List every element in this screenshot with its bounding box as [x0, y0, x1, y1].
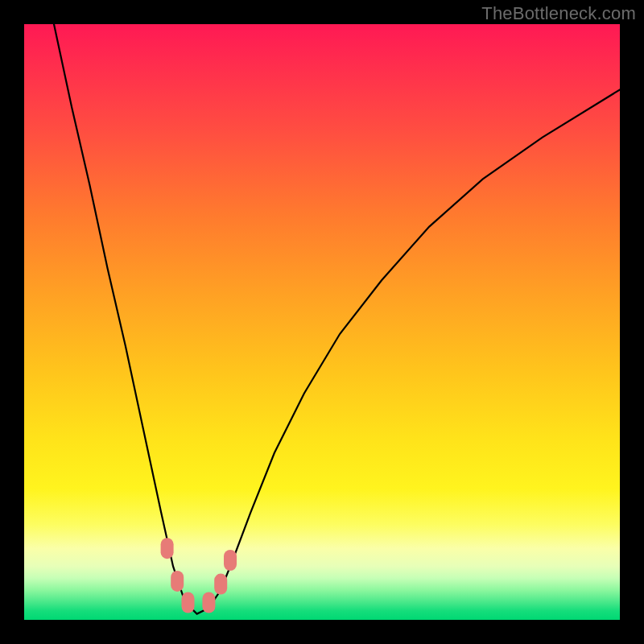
curve-marker [214, 574, 227, 595]
curve-marker [182, 592, 195, 613]
chart-svg [24, 24, 620, 620]
curve-marker [224, 550, 237, 571]
chart-frame: TheBottleneck.com [0, 0, 644, 644]
curve-markers [161, 538, 237, 613]
curve-marker [171, 571, 184, 592]
curve-marker [202, 592, 215, 613]
curve-marker [161, 538, 174, 559]
plot-area [24, 24, 620, 620]
bottleneck-curve [54, 24, 620, 614]
watermark-text: TheBottleneck.com [481, 3, 636, 24]
